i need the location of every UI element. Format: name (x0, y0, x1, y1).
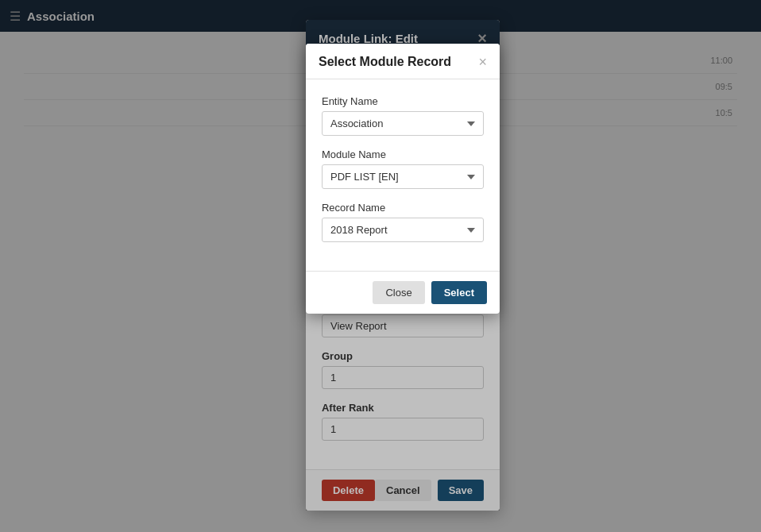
entity-name-label: Entity Name (322, 95, 484, 107)
record-name-select[interactable]: 2018 Report 2019 Report 2020 Report (322, 218, 484, 242)
module-name-label: Module Name (322, 148, 484, 160)
inner-dialog-close-icon[interactable]: × (479, 55, 488, 69)
inner-dialog-footer: Close Select (306, 271, 500, 314)
inner-dialog-select-button[interactable]: Select (431, 281, 487, 304)
module-name-form-group: Module Name PDF LIST [EN] PDF LIST [FR] … (322, 148, 484, 189)
inner-dialog-backdrop: Select Module Record × Entity Name Assoc… (306, 20, 500, 511)
record-name-label: Record Name (322, 202, 484, 214)
inner-dialog-close-button[interactable]: Close (373, 281, 424, 304)
modal-overlay: Module Link: Edit × Name Active Yes No F… (0, 0, 761, 532)
entity-name-form-group: Entity Name Association Member Event (322, 95, 484, 136)
inner-dialog: Select Module Record × Entity Name Assoc… (306, 44, 500, 314)
module-name-select[interactable]: PDF LIST [EN] PDF LIST [FR] Reports (322, 164, 484, 189)
inner-dialog-title: Select Module Record (319, 55, 451, 69)
main-modal: Module Link: Edit × Name Active Yes No F… (306, 20, 500, 511)
inner-dialog-body: Entity Name Association Member Event Mod… (306, 79, 500, 271)
inner-dialog-header: Select Module Record × (306, 44, 500, 79)
record-name-form-group: Record Name 2018 Report 2019 Report 2020… (322, 202, 484, 242)
entity-name-select[interactable]: Association Member Event (322, 111, 484, 136)
